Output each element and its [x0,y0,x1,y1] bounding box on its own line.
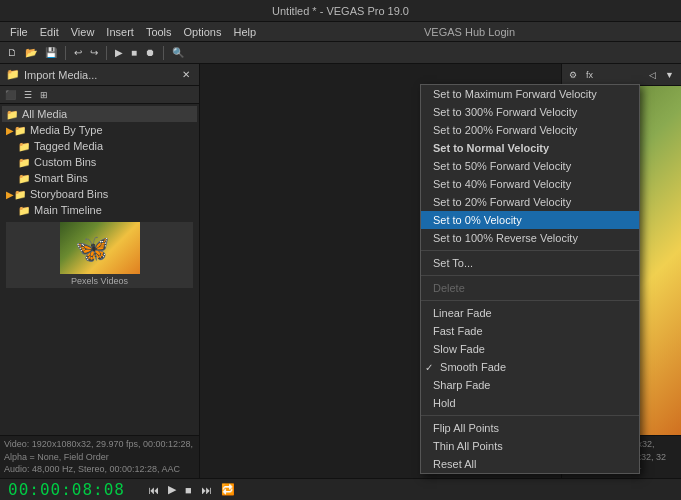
stop-btn[interactable]: ■ [128,44,140,62]
menu-edit[interactable]: Edit [34,26,65,38]
media-tree: 📁 All Media ▶📁 Media By Type 📁 Tagged Me… [0,104,199,435]
hub-login: VEGAS Hub Login [262,26,677,38]
ctx-sep3 [421,300,639,301]
ctx-fast-fade[interactable]: Fast Fade [421,322,639,340]
timeline-header: 00:00:08:08 ⏮ ▶ ■ ⏭ 🔁 [0,479,681,500]
menu-help[interactable]: Help [227,26,262,38]
menu-insert[interactable]: Insert [100,26,140,38]
folder-expand-icon-2: ▶📁 [6,189,26,200]
save-btn[interactable]: 💾 [42,44,60,62]
sep2 [106,46,107,60]
left-panel: 📁 Import Media... ✕ ⬛ ☰ ⊞ 📁 All Media ▶📁… [0,64,200,478]
ctx-hold[interactable]: Hold [421,394,639,412]
menu-bar: File Edit View Insert Tools Options Help… [0,22,681,42]
ctx-sep4 [421,415,639,416]
panel-toolbar: ⬛ ☰ ⊞ [0,86,199,104]
app-title: Untitled * - VEGAS Pro 19.0 [272,5,409,17]
tl-next-btn[interactable]: ⏭ [198,482,215,497]
undo-btn[interactable]: ↩ [71,44,85,62]
tree-item-main-timeline[interactable]: 📁 Main Timeline [2,202,197,218]
center-area: Set to Maximum Forward Velocity Set to 3… [200,64,561,478]
right-dropdown-btn[interactable]: ▼ [662,66,677,84]
ctx-linear-fade[interactable]: Linear Fade [421,304,639,322]
redo-btn[interactable]: ↪ [87,44,101,62]
import-media-title: Import Media... [24,69,97,81]
menu-options[interactable]: Options [178,26,228,38]
tree-item-media-type[interactable]: ▶📁 Media By Type [2,122,197,138]
tl-prev-btn[interactable]: ⏮ [145,482,162,497]
tl-loop-btn[interactable]: 🔁 [218,482,238,497]
timeline-area: 00:00:08:08 ⏮ ▶ ■ ⏭ 🔁 00:00:00:00 00:00:… [0,478,681,500]
thumb-image: 🦋 [60,222,140,274]
ctx-delete: Delete [421,279,639,297]
tree-item-custom[interactable]: 📁 Custom Bins [2,154,197,170]
thumb-label: Pexels Videos [60,274,140,288]
ctx-set-to[interactable]: Set To... [421,254,639,272]
tree-item-tagged[interactable]: 📁 Tagged Media [2,138,197,154]
panel-close-btn[interactable]: ✕ [179,66,193,84]
panel-toolbar-btn1[interactable]: ⬛ [2,86,19,104]
ctx-300-forward[interactable]: Set to 300% Forward Velocity [421,103,639,121]
folder-icon-5: 📁 [18,205,30,216]
timecode-display: 00:00:08:08 [8,480,125,499]
ctx-sep2 [421,275,639,276]
ctx-flip-all[interactable]: Flip All Points [421,419,639,437]
timeline-controls: ⏮ ▶ ■ ⏭ 🔁 [145,482,238,497]
status-line2: Audio: 48,000 Hz, Stereo, 00:00:12:28, A… [4,463,195,476]
ctx-sep1 [421,250,639,251]
right-fx-btn[interactable]: fx [583,66,596,84]
right-prev-btn[interactable]: ◁ [646,66,659,84]
folder-expand-icon: ▶📁 [6,125,26,136]
right-panel-header: ⚙ fx ◁ ▼ [562,64,681,86]
ctx-slow-fade[interactable]: Slow Fade [421,340,639,358]
ctx-50-forward[interactable]: Set to 50% Forward Velocity [421,157,639,175]
ctx-200-forward[interactable]: Set to 200% Forward Velocity [421,121,639,139]
panel-toolbar-btn3[interactable]: ⊞ [37,86,51,104]
ctx-0-velocity[interactable]: Set to 0% Velocity [421,211,639,229]
ctx-20-forward[interactable]: Set to 20% Forward Velocity [421,193,639,211]
record-btn[interactable]: ⏺ [142,44,158,62]
menu-view[interactable]: View [65,26,101,38]
media-thumbnail: 🦋 Pexels Videos [6,222,193,288]
right-gear-btn[interactable]: ⚙ [566,66,580,84]
panel-status: Video: 1920x1080x32, 29.970 fps, 00:00:1… [0,435,199,478]
panel-header: 📁 Import Media... ✕ [0,64,199,86]
open-btn[interactable]: 📂 [22,44,40,62]
ctx-40-forward[interactable]: Set to 40% Forward Velocity [421,175,639,193]
butterfly-graphic: 🦋 [75,232,110,265]
ctx-smooth-fade[interactable]: ✓ Smooth Fade [421,358,639,376]
ctx-sharp-fade[interactable]: Sharp Fade [421,376,639,394]
folder-icon-2: 📁 [18,141,30,152]
ctx-reset-all[interactable]: Reset All [421,455,639,473]
status-line1: Video: 1920x1080x32, 29.970 fps, 00:00:1… [4,438,195,463]
folder-icon-3: 📁 [18,157,30,168]
tl-play-btn[interactable]: ▶ [165,482,179,497]
sep3 [163,46,164,60]
title-bar: Untitled * - VEGAS Pro 19.0 [0,0,681,22]
toolbar: 🗋 📂 💾 ↩ ↪ ▶ ■ ⏺ 🔍 [0,42,681,64]
menu-file[interactable]: File [4,26,34,38]
folder-icon: 📁 [6,109,18,120]
tree-item-all-media[interactable]: 📁 All Media [2,106,197,122]
ctx-thin-all[interactable]: Thin All Points [421,437,639,455]
context-menu: Set to Maximum Forward Velocity Set to 3… [420,84,640,474]
tree-item-smart[interactable]: 📁 Smart Bins [2,170,197,186]
tree-item-storyboard[interactable]: ▶📁 Storyboard Bins [2,186,197,202]
ctx-max-forward[interactable]: Set to Maximum Forward Velocity [421,85,639,103]
checkmark-icon: ✓ [425,362,437,373]
menu-tools[interactable]: Tools [140,26,178,38]
ctx-normal-velocity[interactable]: Set to Normal Velocity [421,139,639,157]
panel-header-icon: 📁 [6,68,20,81]
tl-stop-btn[interactable]: ■ [182,482,195,497]
panel-toolbar-btn2[interactable]: ☰ [21,86,35,104]
sep1 [65,46,66,60]
play-btn[interactable]: ▶ [112,44,126,62]
new-btn[interactable]: 🗋 [4,44,20,62]
search-btn[interactable]: 🔍 [169,44,187,62]
folder-icon-4: 📁 [18,173,30,184]
ctx-100-reverse[interactable]: Set to 100% Reverse Velocity [421,229,639,247]
